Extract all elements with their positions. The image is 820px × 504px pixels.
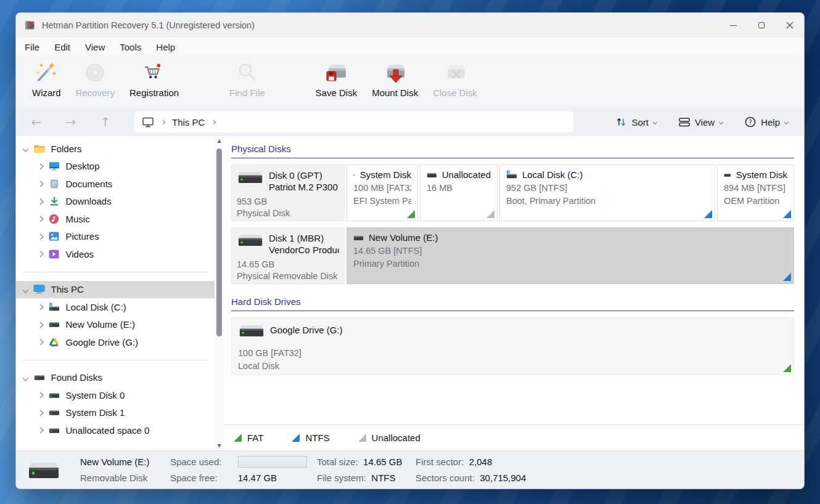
chevron-collapsed-icon[interactable] [38,339,43,345]
chevron-down-icon [719,120,723,124]
sidebar-item-music[interactable]: Music [16,210,215,228]
address-bar[interactable]: This PC [134,112,573,132]
partition-size: 16 MB [427,183,491,193]
drive-card-google-drive-g[interactable]: Google Drive (G:) 100 GB [FAT32] Local D… [231,317,794,375]
sidebar-scrollbar[interactable]: ▲ ▼ [215,136,224,450]
drive-name: Google Drive (G:) [270,324,343,336]
partition-card-efi-system[interactable]: System Disk 100 MB [FAT32] EFI System Pa… [346,165,418,221]
find-file-button[interactable]: Find File [222,60,273,99]
menu-bar: File Edit View Tools Help [16,38,804,56]
desktop-icon [48,161,60,172]
drive-icon [48,319,60,330]
drive-icon [724,171,731,179]
chevron-collapsed-icon[interactable] [38,304,43,310]
sidebar-item-system-disk-1[interactable]: System Disk 1 [16,404,215,422]
disk-model: Patriot M.2 P300 102 [269,181,339,193]
recovery-button[interactable]: Recovery [68,60,122,99]
sidebar-item-system-disk-0[interactable]: System Disk 0 [16,386,215,404]
sidebar-item-new-volume-e[interactable]: New Volume (E:) [16,316,215,334]
scrollbar-thumb[interactable] [216,148,222,336]
view-button[interactable]: View [679,117,723,128]
sidebar-item-folders[interactable]: Folders [16,140,215,158]
sidebar-item-downloads[interactable]: Downloads [16,193,215,211]
chevron-collapsed-icon[interactable] [38,216,43,222]
close-button[interactable] [776,13,804,38]
navigation-bar: ← → ↑ This PC Sort [16,108,804,136]
chevron-collapsed-icon[interactable] [38,322,43,327]
chevron-expanded-icon[interactable] [23,146,28,152]
drive-icon [48,425,60,436]
physical-drive-icon [237,169,264,186]
chevron-collapsed-icon[interactable] [38,234,43,239]
menu-view[interactable]: View [78,42,112,52]
scroll-down-icon[interactable]: ▼ [215,443,224,449]
chevron-collapsed-icon[interactable] [38,163,43,169]
sort-button[interactable]: Sort [616,117,657,128]
sidebar-item-this-pc[interactable]: This PC [16,281,215,299]
chevron-collapsed-icon[interactable] [38,392,43,398]
sidebar-item-local-disk-c[interactable]: Local Disk (C:) [16,298,215,316]
breadcrumb-this-pc[interactable]: This PC [172,117,205,128]
legend-item-fat: FAT [234,433,263,443]
save-disk-button[interactable]: Save Disk [308,60,365,99]
help-icon: ? [745,116,756,128]
toolbar: Wizard Recovery Registration [16,56,804,108]
chevron-expanded-icon[interactable] [23,287,28,292]
sidebar-item-unallocated-space-0[interactable]: Unallocated space 0 [16,421,215,439]
help-button[interactable]: ? Help [745,116,788,128]
minimize-button[interactable] [719,13,747,38]
wizard-button[interactable]: Wizard [25,60,68,99]
sort-label: Sort [631,117,649,128]
sidebar-item-label: System Disk 1 [66,407,125,418]
status-volume-name: New Volume (E:) [80,457,170,467]
physical-drive-icon [238,323,265,339]
partition-card-unallocated[interactable]: Unallocated 16 MB [420,165,498,221]
close-disk-button[interactable]: Close Disk [425,60,485,99]
drive-icon [48,389,60,400]
section-title-physical-disks: Physical Disks [231,144,794,158]
chevron-collapsed-icon[interactable] [38,251,43,257]
space-free-label: Space free: [170,473,232,483]
partition-card-local-disk-c[interactable]: Local Disk (C:) 952 GB [NTFS] Boot, Prim… [499,165,715,221]
selected-drive-icon [26,458,62,482]
sidebar-item-google-drive-g[interactable]: Google Drive (G:) [16,333,215,351]
chevron-collapsed-icon[interactable] [38,428,43,433]
up-button[interactable]: ↑ [97,115,113,129]
fs-marker-unallocated [486,210,494,218]
disk-type: Physical Removable Disk [237,271,339,281]
disk1-info-card[interactable]: Disk 1 (MBR) VendorCo ProductCo 14.65 GB… [231,227,345,284]
partition-card-oem[interactable]: System Disk 894 MB [NTFS] OEM Partition [717,165,794,221]
registration-button[interactable]: Registration [122,60,186,99]
chevron-expanded-icon[interactable] [23,375,28,380]
menu-tools[interactable]: Tools [112,42,149,52]
back-button[interactable]: ← [28,115,44,129]
sidebar-item-videos[interactable]: Videos [16,245,215,263]
chevron-down-icon [784,120,789,124]
disk-panel: Physical Disks Disk 0 (GPT) Patriot M. [224,136,804,450]
maximize-button[interactable] [747,13,776,38]
partition-card-new-volume-e-selected[interactable]: New Volume (E:) 14.65 GB [NTFS] Primary … [346,227,794,284]
view-label: View [695,117,715,128]
partition-name: Unallocated [442,169,491,180]
partition-type: Primary Partition [353,259,787,269]
chevron-collapsed-icon[interactable] [38,198,43,204]
scroll-up-icon[interactable]: ▲ [215,138,224,144]
menu-help[interactable]: Help [149,42,182,52]
view-icon [679,117,690,127]
sidebar-item-label: Videos [66,249,94,259]
sidebar-item-label: Music [66,214,90,224]
disk0-info-card[interactable]: Disk 0 (GPT) Patriot M.2 P300 102 953 GB… [231,165,345,221]
menu-file[interactable]: File [17,42,47,52]
mount-disk-button[interactable]: Mount Disk [364,60,425,99]
sidebar-item-documents[interactable]: Documents [16,175,215,193]
svg-text:?: ? [748,118,752,126]
chevron-collapsed-icon[interactable] [38,410,43,415]
sidebar-item-pictures[interactable]: Pictures [16,228,215,246]
menu-edit[interactable]: Edit [47,42,78,52]
sidebar-item-found-disks[interactable]: Found Disks [16,369,215,387]
sidebar-item-desktop[interactable]: Desktop [16,158,215,176]
chevron-collapsed-icon[interactable] [38,181,43,187]
total-size-label: Total size: [317,457,358,467]
forward-button[interactable]: → [63,115,79,129]
sidebar-item-label: Folders [51,144,82,154]
